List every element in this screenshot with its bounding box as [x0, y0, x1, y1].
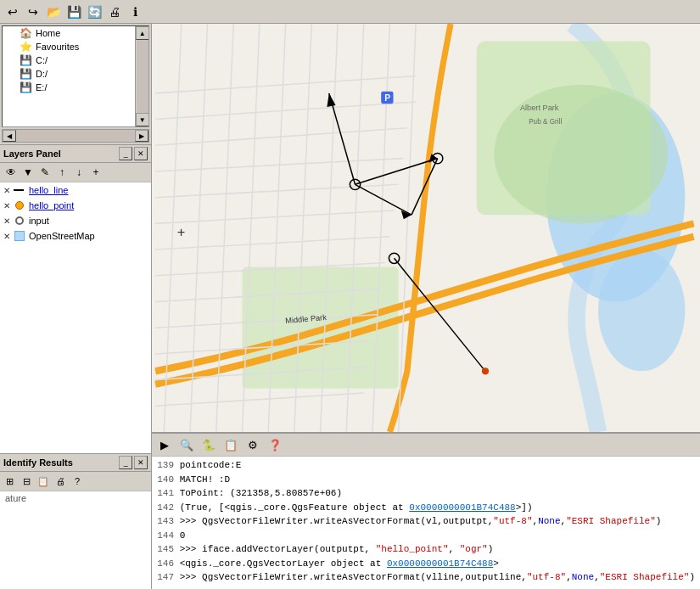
console-help-btn[interactable]: ❓ — [266, 435, 284, 454]
scroll-up-arrow[interactable]: ▲ — [136, 26, 149, 40]
layer-check-icon-2: ✕ — [3, 201, 10, 210]
main-layout: 🏠 Home ⭐ Favourites 💾 C:/ 💾 D:/ 💾 — [0, 24, 700, 589]
identify-panel: Identify Results _ ✕ ⊞ ⊟ 📋 🖨 ? ature — [0, 453, 151, 589]
console-link-142[interactable]: 0x0000000001B74C488 — [409, 502, 515, 513]
layer-input-label: input — [29, 216, 49, 226]
layer-up-btn[interactable]: ↑ — [54, 165, 70, 180]
layer-osm[interactable]: ✕ OpenStreetMap — [0, 228, 151, 244]
svg-line-34 — [356, 159, 438, 185]
toolbar-btn-1[interactable]: ↩ — [3, 3, 22, 21]
console-line-145: 145 >>> iface.addVectorLayer(outputpt, "… — [157, 542, 695, 557]
identify-help-btn[interactable]: ? — [70, 474, 85, 489]
layer-point-symbol — [14, 199, 25, 211]
scroll-left-arrow[interactable]: ◀ — [3, 130, 16, 142]
layer-check-icon-4: ✕ — [3, 232, 10, 241]
console-clipboard-btn[interactable]: 📋 — [221, 435, 240, 454]
layer-osm-symbol — [14, 230, 25, 242]
browser-hscrollbar: ◀ ▶ — [2, 129, 149, 143]
identify-expand-btn[interactable]: ⊞ — [2, 474, 17, 489]
console-line-141: 141 ToPoint: (321358,5.80857e+06) — [157, 486, 695, 501]
file-d[interactable]: 💾 D:/ — [3, 67, 133, 81]
identify-minimize[interactable]: _ — [119, 456, 132, 469]
layer-hello-line-label: hello_line — [29, 185, 68, 195]
file-home[interactable]: 🏠 Home — [3, 26, 133, 40]
svg-point-4 — [494, 85, 668, 224]
layers-panel-header: Layers Panel _ ✕ — [0, 144, 151, 163]
layer-hello-point-label: hello_point — [29, 200, 74, 210]
console-settings-btn[interactable]: ⚙ — [244, 435, 262, 454]
toolbar-btn-save[interactable]: 💾 — [64, 3, 83, 21]
console-link-146[interactable]: 0x0000000001B74C488 — [387, 558, 493, 569]
svg-line-12 — [155, 237, 389, 250]
console-line-139: 139 pointcode:E — [157, 458, 695, 473]
layer-check-icon-3: ✕ — [3, 216, 10, 226]
identify-header: Identify Results _ ✕ — [0, 454, 151, 472]
identify-collapse-btn[interactable]: ⊟ — [19, 474, 34, 489]
svg-line-17 — [155, 367, 368, 379]
svg-line-14 — [155, 289, 381, 301]
console-line-144: 144 0 — [157, 529, 695, 543]
scroll-track[interactable] — [137, 40, 148, 113]
svg-line-25 — [321, 24, 338, 432]
toolbar-btn-info[interactable]: ℹ — [126, 3, 144, 21]
svg-point-2 — [598, 250, 685, 371]
layer-down-btn[interactable]: ↓ — [71, 165, 87, 180]
svg-marker-35 — [429, 154, 438, 163]
browser-scrollbar: ▲ ▼ — [135, 26, 148, 126]
layers-panel-minimize[interactable]: _ — [119, 147, 132, 160]
layer-hello-point[interactable]: ✕ hello_point — [0, 198, 151, 213]
svg-rect-0 — [155, 24, 697, 432]
toolbar-btn-open[interactable]: 📂 — [44, 3, 63, 21]
svg-line-20 — [190, 24, 207, 432]
layers-panel-close[interactable]: ✕ — [134, 147, 148, 160]
favourites-icon: ⭐ — [20, 41, 32, 53]
svg-rect-30 — [381, 92, 393, 104]
svg-line-10 — [155, 184, 399, 197]
home-icon: 🏠 — [20, 27, 32, 39]
console-search-btn[interactable]: 🔍 — [177, 435, 196, 454]
identify-close[interactable]: ✕ — [134, 456, 148, 469]
svg-line-18 — [155, 393, 364, 406]
svg-line-36 — [356, 184, 412, 215]
top-toolbar: ↩ ↪ 📂 💾 🔄 🖨 ℹ — [0, 0, 700, 24]
map-svg: Middle Park P — [152, 24, 700, 432]
drive-e-icon: 💾 — [20, 81, 32, 93]
file-e[interactable]: 💾 E:/ — [3, 81, 133, 94]
svg-line-6 — [155, 76, 416, 93]
layer-input[interactable]: ✕ input — [0, 213, 151, 228]
console-area: ▶ 🔍 🐍 📋 ⚙ ❓ 139 pointcode:E 140 MATCH! :… — [152, 432, 700, 589]
toolbar-btn-2[interactable]: ↪ — [24, 3, 42, 21]
svg-line-28 — [399, 24, 416, 432]
layer-check-icon: ✕ — [3, 186, 10, 195]
toolbar-btn-print[interactable]: 🖨 — [105, 3, 124, 21]
toolbar-btn-refresh[interactable]: 🔄 — [85, 3, 104, 21]
file-c[interactable]: 💾 C:/ — [3, 53, 133, 67]
layer-edit-btn[interactable]: ✎ — [37, 165, 53, 180]
layers-panel-title: Layers Panel — [3, 149, 119, 159]
map-container[interactable]: Middle Park P — [152, 24, 700, 432]
layers-panel-controls: _ ✕ — [119, 147, 148, 160]
svg-line-9 — [155, 159, 403, 171]
layer-filter-btn[interactable]: ▼ — [20, 165, 36, 180]
svg-line-32 — [329, 93, 356, 184]
scroll-down-arrow[interactable]: ▼ — [136, 113, 149, 126]
identify-copy-btn[interactable]: 📋 — [36, 474, 51, 489]
console-line-142: 142 (True, [<qgis._core.QgsFeature objec… — [157, 501, 695, 515]
svg-line-21 — [216, 24, 233, 432]
console-run-btn[interactable]: ▶ — [155, 435, 174, 454]
svg-line-24 — [294, 24, 311, 432]
svg-text:Albert Park: Albert Park — [520, 104, 559, 112]
file-favourites[interactable]: ⭐ Favourites — [3, 40, 133, 53]
layer-add-btn[interactable]: + — [88, 165, 104, 180]
svg-line-8 — [155, 128, 407, 145]
layer-hello-line[interactable]: ✕ hello_line — [0, 182, 151, 198]
console-python-btn[interactable]: 🐍 — [199, 435, 218, 454]
identify-print-btn[interactable]: 🖨 — [53, 474, 68, 489]
svg-text:Pub & Grill: Pub & Grill — [529, 118, 562, 126]
layers-toolbar: 👁 ▼ ✎ ↑ ↓ + — [0, 163, 151, 182]
svg-line-7 — [155, 102, 416, 119]
svg-line-15 — [155, 315, 377, 328]
layer-visible-btn[interactable]: 👁 — [3, 165, 19, 180]
hscroll-track[interactable] — [16, 130, 135, 142]
scroll-right-arrow[interactable]: ▶ — [135, 130, 148, 142]
